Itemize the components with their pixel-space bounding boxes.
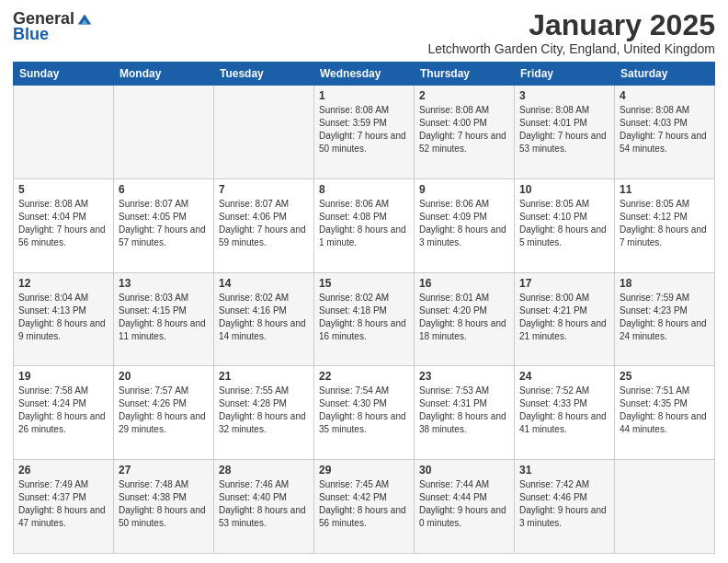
- calendar-cell: 22Sunrise: 7:54 AMSunset: 4:30 PMDayligh…: [314, 366, 415, 460]
- calendar-cell: [114, 86, 214, 179]
- title-block: January 2025 Letchworth Garden City, Eng…: [427, 9, 715, 56]
- day-info: Sunrise: 7:57 AMSunset: 4:26 PMDaylight:…: [119, 385, 209, 436]
- calendar-cell: 7Sunrise: 8:07 AMSunset: 4:06 PMDaylight…: [214, 178, 314, 272]
- day-info: Sunrise: 8:03 AMSunset: 4:15 PMDaylight:…: [119, 292, 209, 343]
- day-number: 7: [219, 183, 309, 196]
- day-info: Sunrise: 8:06 AMSunset: 4:08 PMDaylight:…: [319, 198, 409, 249]
- day-number: 1: [319, 89, 409, 102]
- day-number: 29: [319, 464, 409, 477]
- calendar-cell: 10Sunrise: 8:05 AMSunset: 4:10 PMDayligh…: [515, 178, 615, 272]
- day-info: Sunrise: 7:55 AMSunset: 4:28 PMDaylight:…: [219, 385, 309, 436]
- day-number: 22: [319, 370, 409, 383]
- day-info: Sunrise: 8:01 AMSunset: 4:20 PMDaylight:…: [419, 292, 509, 343]
- day-number: 13: [119, 277, 209, 290]
- calendar-cell: 4Sunrise: 8:08 AMSunset: 4:03 PMDaylight…: [615, 86, 715, 179]
- day-number: 28: [219, 464, 309, 477]
- day-number: 27: [119, 464, 209, 477]
- calendar-cell: 16Sunrise: 8:01 AMSunset: 4:20 PMDayligh…: [415, 272, 515, 366]
- day-number: 23: [419, 370, 509, 383]
- day-info: Sunrise: 7:44 AMSunset: 4:44 PMDaylight:…: [419, 478, 509, 530]
- logo-blue-text: Blue: [13, 25, 49, 44]
- calendar-week-row: 5Sunrise: 8:08 AMSunset: 4:04 PMDaylight…: [14, 178, 715, 272]
- logo-icon: [76, 11, 93, 28]
- day-info: Sunrise: 7:59 AMSunset: 4:23 PMDaylight:…: [620, 292, 710, 343]
- calendar-cell: 20Sunrise: 7:57 AMSunset: 4:26 PMDayligh…: [114, 366, 214, 460]
- calendar-cell: 14Sunrise: 8:02 AMSunset: 4:16 PMDayligh…: [214, 272, 314, 366]
- day-number: 3: [519, 89, 609, 102]
- day-number: 20: [119, 370, 209, 383]
- day-info: Sunrise: 7:52 AMSunset: 4:33 PMDaylight:…: [519, 385, 609, 436]
- calendar-weekday-wednesday: Wednesday: [314, 63, 415, 86]
- day-number: 6: [119, 183, 209, 196]
- calendar-weekday-monday: Monday: [114, 63, 214, 86]
- day-number: 18: [620, 277, 710, 290]
- calendar-cell: 26Sunrise: 7:49 AMSunset: 4:37 PMDayligh…: [14, 460, 114, 554]
- logo: General Blue: [13, 9, 93, 44]
- day-info: Sunrise: 7:42 AMSunset: 4:46 PMDaylight:…: [519, 478, 609, 530]
- calendar-cell: [214, 86, 314, 179]
- day-number: 31: [519, 464, 609, 477]
- day-info: Sunrise: 7:54 AMSunset: 4:30 PMDaylight:…: [319, 385, 409, 436]
- day-info: Sunrise: 8:00 AMSunset: 4:21 PMDaylight:…: [519, 292, 609, 343]
- day-info: Sunrise: 8:05 AMSunset: 4:12 PMDaylight:…: [620, 198, 710, 249]
- calendar-week-row: 26Sunrise: 7:49 AMSunset: 4:37 PMDayligh…: [14, 460, 715, 554]
- day-number: 21: [219, 370, 309, 383]
- day-info: Sunrise: 8:07 AMSunset: 4:05 PMDaylight:…: [119, 198, 209, 249]
- day-number: 5: [18, 183, 108, 196]
- calendar-header-row: SundayMondayTuesdayWednesdayThursdayFrid…: [14, 63, 715, 86]
- day-number: 10: [519, 183, 609, 196]
- calendar-cell: 6Sunrise: 8:07 AMSunset: 4:05 PMDaylight…: [114, 178, 214, 272]
- day-info: Sunrise: 8:08 AMSunset: 3:59 PMDaylight:…: [319, 104, 409, 155]
- day-info: Sunrise: 7:45 AMSunset: 4:42 PMDaylight:…: [319, 478, 409, 530]
- day-info: Sunrise: 8:02 AMSunset: 4:18 PMDaylight:…: [319, 292, 409, 343]
- calendar-cell: 12Sunrise: 8:04 AMSunset: 4:13 PMDayligh…: [14, 272, 114, 366]
- day-number: 11: [620, 183, 710, 196]
- calendar-cell: 24Sunrise: 7:52 AMSunset: 4:33 PMDayligh…: [515, 366, 615, 460]
- day-info: Sunrise: 7:48 AMSunset: 4:38 PMDaylight:…: [119, 478, 209, 530]
- calendar-week-row: 19Sunrise: 7:58 AMSunset: 4:24 PMDayligh…: [14, 366, 715, 460]
- calendar-cell: [615, 460, 715, 554]
- calendar-cell: 11Sunrise: 8:05 AMSunset: 4:12 PMDayligh…: [615, 178, 715, 272]
- calendar-week-row: 12Sunrise: 8:04 AMSunset: 4:13 PMDayligh…: [14, 272, 715, 366]
- calendar-week-row: 1Sunrise: 8:08 AMSunset: 3:59 PMDaylight…: [14, 86, 715, 179]
- day-number: 17: [519, 277, 609, 290]
- header: General Blue January 2025 Letchworth Gar…: [13, 9, 715, 56]
- day-number: 2: [419, 89, 509, 102]
- calendar-cell: 19Sunrise: 7:58 AMSunset: 4:24 PMDayligh…: [14, 366, 114, 460]
- calendar-cell: 30Sunrise: 7:44 AMSunset: 4:44 PMDayligh…: [415, 460, 515, 554]
- calendar-weekday-friday: Friday: [515, 63, 615, 86]
- day-number: 24: [519, 370, 609, 383]
- day-number: 25: [620, 370, 710, 383]
- day-number: 14: [219, 277, 309, 290]
- calendar-cell: 9Sunrise: 8:06 AMSunset: 4:09 PMDaylight…: [415, 178, 515, 272]
- day-number: 16: [419, 277, 509, 290]
- calendar-weekday-tuesday: Tuesday: [214, 63, 314, 86]
- calendar-weekday-saturday: Saturday: [615, 63, 715, 86]
- calendar-cell: 13Sunrise: 8:03 AMSunset: 4:15 PMDayligh…: [114, 272, 214, 366]
- calendar-cell: 8Sunrise: 8:06 AMSunset: 4:08 PMDaylight…: [314, 178, 415, 272]
- calendar-cell: 17Sunrise: 8:00 AMSunset: 4:21 PMDayligh…: [515, 272, 615, 366]
- day-info: Sunrise: 8:04 AMSunset: 4:13 PMDaylight:…: [18, 292, 108, 343]
- day-number: 9: [419, 183, 509, 196]
- calendar-cell: 5Sunrise: 8:08 AMSunset: 4:04 PMDaylight…: [14, 178, 114, 272]
- day-info: Sunrise: 8:05 AMSunset: 4:10 PMDaylight:…: [519, 198, 609, 249]
- day-number: 15: [319, 277, 409, 290]
- calendar-weekday-thursday: Thursday: [415, 63, 515, 86]
- day-info: Sunrise: 8:08 AMSunset: 4:01 PMDaylight:…: [519, 104, 609, 155]
- day-number: 26: [18, 464, 108, 477]
- day-info: Sunrise: 7:51 AMSunset: 4:35 PMDaylight:…: [620, 385, 710, 436]
- day-info: Sunrise: 8:08 AMSunset: 4:00 PMDaylight:…: [419, 104, 509, 155]
- calendar-cell: 2Sunrise: 8:08 AMSunset: 4:00 PMDaylight…: [415, 86, 515, 179]
- calendar-cell: 29Sunrise: 7:45 AMSunset: 4:42 PMDayligh…: [314, 460, 415, 554]
- day-info: Sunrise: 8:08 AMSunset: 4:03 PMDaylight:…: [620, 104, 710, 155]
- day-info: Sunrise: 8:02 AMSunset: 4:16 PMDaylight:…: [219, 292, 309, 343]
- calendar-cell: 3Sunrise: 8:08 AMSunset: 4:01 PMDaylight…: [515, 86, 615, 179]
- day-number: 4: [620, 89, 710, 102]
- day-number: 8: [319, 183, 409, 196]
- calendar-cell: 25Sunrise: 7:51 AMSunset: 4:35 PMDayligh…: [615, 366, 715, 460]
- calendar-cell: 31Sunrise: 7:42 AMSunset: 4:46 PMDayligh…: [515, 460, 615, 554]
- location-title: Letchworth Garden City, England, United …: [427, 41, 715, 56]
- calendar-table: SundayMondayTuesdayWednesdayThursdayFrid…: [13, 62, 715, 554]
- day-info: Sunrise: 7:46 AMSunset: 4:40 PMDaylight:…: [219, 478, 309, 530]
- calendar-cell: 1Sunrise: 8:08 AMSunset: 3:59 PMDaylight…: [314, 86, 415, 179]
